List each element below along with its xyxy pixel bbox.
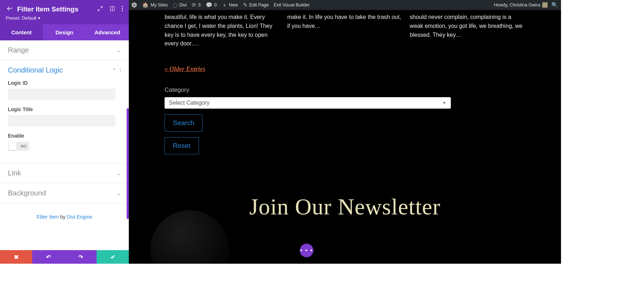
svg-point-5	[120, 68, 121, 69]
posts-row: beautiful, life is what you make it. Eve…	[129, 13, 561, 48]
field-logic-id: Logic ID	[8, 80, 121, 100]
section-link: Link ⌄	[0, 163, 129, 183]
expand-icon[interactable]	[97, 6, 103, 13]
divi-icon: ◌	[173, 2, 177, 8]
svg-point-6	[120, 70, 121, 70]
wordpress-icon: 🅦	[132, 2, 137, 8]
builder-menu-button[interactable]: • • •	[300, 244, 313, 257]
section-range: Range ⌄	[0, 40, 129, 60]
conditional-logic-content: Logic ID Logic Title Enable NO	[8, 80, 121, 151]
wp-howdy[interactable]: Howdy, Christina Gwira	[494, 2, 548, 8]
post-excerpt-3: should never complain, complaining is a …	[410, 13, 525, 48]
sidebar-header: Filter Item Settings Preset: Default ▾	[0, 0, 129, 24]
home-icon: 🏠	[142, 2, 149, 8]
category-select[interactable]: Select Category ▼	[165, 97, 451, 109]
svg-point-3	[122, 8, 123, 9]
enable-toggle[interactable]: NO	[8, 141, 29, 151]
undo-button[interactable]: ↶	[32, 250, 64, 264]
chevron-down-icon: ⌄	[117, 48, 121, 53]
field-logic-title: Logic Title	[8, 106, 121, 126]
updates-icon: ⟳	[192, 2, 196, 8]
credit-item[interactable]: Filter Item	[36, 214, 59, 220]
section-range-toggle[interactable]: Range ⌄	[8, 46, 121, 54]
wp-new[interactable]: ＋New	[222, 2, 238, 9]
field-enable: Enable NO	[8, 133, 121, 151]
discard-button[interactable]: ✖	[0, 250, 32, 264]
preset-selector[interactable]: Preset: Default ▾	[6, 15, 123, 21]
section-range-label: Range	[8, 46, 29, 54]
dropdown-icon: ▼	[442, 100, 447, 105]
svg-point-4	[122, 10, 123, 11]
exit-vb-label: Exit Visual Builder	[274, 3, 310, 8]
section-background-label: Background	[8, 189, 46, 197]
wp-admin-bar: 🅦 🏠My Sites ◌Divi ⟳3 💬0 ＋New ✎Edit Page …	[129, 0, 561, 10]
enable-label: Enable	[8, 133, 121, 139]
redo-button[interactable]: ↷	[64, 250, 97, 264]
more-options-icon[interactable]	[122, 6, 123, 13]
logic-id-input[interactable]	[8, 89, 115, 100]
scrollbar-thumb[interactable]	[127, 108, 129, 219]
section-conditional-logic-toggle[interactable]: Conditional Logic ⌃	[8, 66, 121, 74]
section-more-icon[interactable]	[120, 66, 121, 74]
wp-exit-vb[interactable]: Exit Visual Builder	[274, 3, 310, 8]
logic-title-label: Logic Title	[8, 106, 121, 112]
preset-label: Preset: Default	[6, 15, 36, 21]
older-entries-link[interactable]: « Older Entries	[165, 65, 205, 73]
my-sites-label: My Sites	[151, 3, 168, 8]
plus-icon: ＋	[222, 2, 227, 9]
back-icon[interactable]	[6, 5, 13, 13]
pencil-icon: ✎	[243, 2, 248, 8]
wp-updates[interactable]: ⟳3	[192, 2, 201, 8]
dots-icon: • • •	[300, 247, 313, 254]
comments-count: 0	[214, 3, 217, 8]
category-label: Category	[165, 86, 561, 94]
chevron-down-icon: ▾	[38, 15, 40, 21]
category-placeholder: Select Category	[169, 100, 210, 106]
section-conditional-logic-label: Conditional Logic	[8, 66, 63, 74]
search-icon: 🔍	[551, 2, 558, 8]
chevron-down-icon: ⌄	[117, 170, 121, 176]
plugin-credit: Filter Item by Divi Engine	[0, 203, 129, 230]
wp-logo[interactable]: 🅦	[132, 2, 137, 8]
section-link-toggle[interactable]: Link ⌄	[8, 169, 121, 177]
wp-comments[interactable]: 💬0	[206, 2, 217, 8]
howdy-label: Howdy, Christina Gwira	[494, 3, 540, 8]
tab-content[interactable]: Content	[0, 24, 43, 40]
tab-advanced[interactable]: Advanced	[86, 24, 129, 40]
section-background: Background ⌄	[0, 183, 129, 203]
post-excerpt-1: beautiful, life is what you make it. Eve…	[165, 13, 280, 48]
sidebar-tabs: Content Design Advanced	[0, 24, 129, 40]
responsive-icon[interactable]	[109, 6, 115, 13]
search-button[interactable]: Search	[165, 114, 203, 131]
credit-by: by	[59, 214, 67, 220]
new-label: New	[229, 3, 238, 8]
svg-point-7	[120, 71, 121, 72]
tab-design[interactable]: Design	[43, 24, 86, 40]
enable-toggle-value: NO	[21, 144, 27, 148]
save-button[interactable]: ✔	[97, 250, 129, 264]
wp-my-sites[interactable]: 🏠My Sites	[142, 2, 168, 8]
page-preview: beautiful, life is what you make it. Eve…	[129, 10, 561, 264]
settings-sidebar: Filter Item Settings Preset: Default ▾ C…	[0, 0, 129, 264]
reset-button[interactable]: Reset	[165, 137, 199, 154]
divi-label: Divi	[179, 3, 187, 8]
logic-title-input[interactable]	[8, 115, 115, 126]
sidebar-title: Filter Item Settings	[17, 5, 93, 13]
section-background-toggle[interactable]: Background ⌄	[8, 189, 121, 197]
sidebar-footer: ✖ ↶ ↷ ✔	[0, 250, 129, 264]
credit-brand[interactable]: Divi Engine	[67, 214, 92, 220]
wp-edit-page[interactable]: ✎Edit Page	[243, 2, 269, 8]
chevron-down-icon: ⌄	[117, 190, 121, 196]
svg-point-2	[122, 6, 123, 7]
avatar	[542, 2, 548, 8]
post-excerpt-2: make it. In life you have to take the tr…	[287, 13, 403, 48]
wp-divi[interactable]: ◌Divi	[173, 2, 187, 8]
updates-count: 3	[198, 3, 201, 8]
logic-id-label: Logic ID	[8, 80, 121, 86]
sidebar-body: Range ⌄ Conditional Logic ⌃ Logic ID	[0, 40, 129, 250]
comments-icon: 💬	[206, 2, 213, 8]
wp-search[interactable]: 🔍	[551, 2, 558, 8]
section-link-label: Link	[8, 169, 21, 177]
edit-page-label: Edit Page	[249, 3, 269, 8]
section-conditional-logic: Conditional Logic ⌃ Logic ID Logic Title	[0, 60, 129, 163]
